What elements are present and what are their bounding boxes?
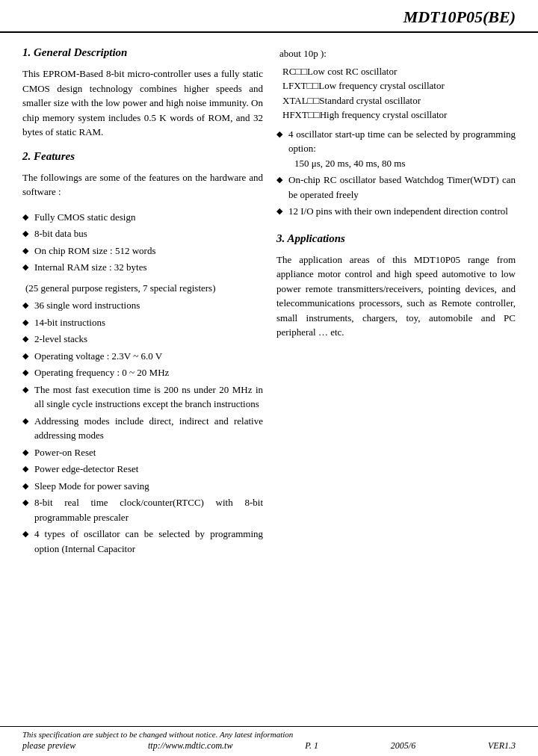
left-column: 1. General Description This EPROM-Based … (22, 46, 263, 562)
osc-about: about 10p ): (276, 46, 516, 61)
list-item: The most fast execution time is 200 ns u… (22, 382, 263, 412)
list-item: LFXT□□Low frequency crystal oscillator (282, 78, 516, 93)
list-item: 4 types of oscillator can be selected by… (22, 527, 263, 556)
content-area: 1. General Description This EPROM-Based … (0, 33, 538, 607)
footer: This specification are subject to be cha… (0, 726, 538, 756)
list-item: Operating voltage : 2.3V ~ 6.0 V (22, 349, 263, 364)
page: MDT10P05(BE) 1. General Description This… (0, 0, 538, 756)
registers-note: (25 general purpose registers, 7 special… (22, 281, 263, 296)
applications-section: 3. Applications The application areas of… (276, 232, 516, 340)
list-item: 14-bit instructions (22, 315, 263, 330)
list-item: Power-on Reset (22, 445, 263, 460)
list-item: RC□□Low cost RC oscillator (282, 64, 516, 79)
footer-info: please preview ttp://www.mdtic.com.tw P.… (22, 740, 516, 752)
features-intro: The followings are some of the features … (22, 170, 263, 199)
list-item: Fully CMOS static design (22, 210, 263, 225)
features-list-2: 36 single word instructions 14-bit instr… (22, 298, 263, 556)
general-description-body: This EPROM-Based 8-bit micro-controller … (22, 66, 263, 140)
list-item: 12 I/O pins with their own independent d… (276, 204, 516, 219)
footer-version: VER1.3 (488, 740, 516, 752)
list-item: Addressing modes include direct, indirec… (22, 414, 263, 443)
footer-page: P. 1 (305, 740, 318, 752)
list-item: HFXT□□High frequency crystal oscillator (282, 108, 516, 123)
list-item: Internal RAM size : 32 bytes (22, 260, 263, 275)
oscillator-types: RC□□Low cost RC oscillator LFXT□□Low fre… (276, 64, 516, 123)
list-item: On chip ROM size : 512 words (22, 244, 263, 258)
list-item: 36 single word instructions (22, 298, 263, 313)
footer-year: 2005/6 (391, 740, 415, 752)
features-list: Fully CMOS static design 8-bit data bus … (22, 210, 263, 275)
footer-preview-label: please preview (22, 740, 75, 752)
features-title: 2. Features (22, 150, 263, 163)
list-item: 4 oscillator start-up time can be select… (276, 127, 516, 171)
page-title: MDT10P05(BE) (404, 7, 516, 26)
list-item: 2-level stacks (22, 332, 263, 347)
list-item: Sleep Mode for power saving (22, 479, 263, 494)
list-item: 8-bit real time clock/counter(RTCC) with… (22, 495, 263, 524)
footer-url: ttp://www.mdtic.com.tw (148, 740, 232, 752)
applications-body: The application areas of this MDT10P05 r… (276, 252, 516, 340)
list-item: 8-bit data bus (22, 226, 263, 241)
header: MDT10P05(BE) (0, 0, 538, 33)
general-description-title: 1. General Description (22, 46, 263, 59)
applications-title: 3. Applications (276, 232, 516, 245)
list-item: XTAL□□Standard crystal oscillator (282, 93, 516, 108)
oscillator-features: 4 oscillator start-up time can be select… (276, 127, 516, 219)
list-item: On-chip RC oscillator based Watchdog Tim… (276, 173, 516, 202)
list-item: Operating frequency : 0 ~ 20 MHz (22, 365, 263, 380)
list-item: Power edge-detector Reset (22, 462, 263, 477)
right-column: about 10p ): RC□□Low cost RC oscillator … (276, 46, 516, 562)
footer-notice: This specification are subject to be cha… (22, 730, 516, 739)
